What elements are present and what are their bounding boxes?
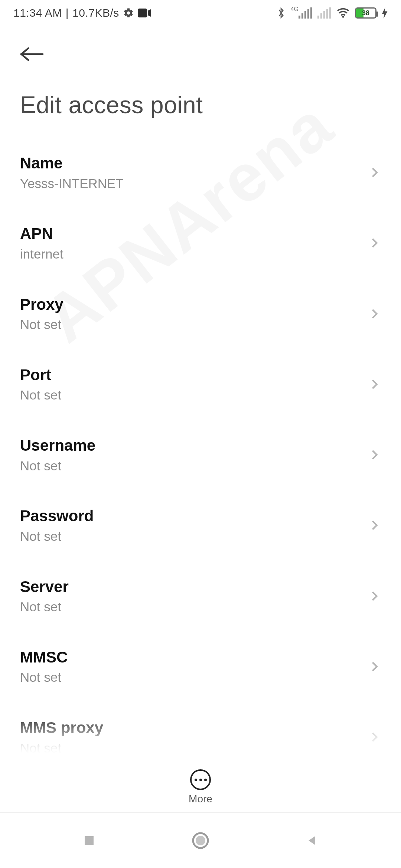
chevron-right-icon [368, 237, 381, 249]
row-label: Server [20, 577, 368, 597]
row-label: Username [20, 436, 368, 456]
row-value: Not set [20, 599, 368, 615]
row-label: Port [20, 365, 368, 385]
system-nav-bar [0, 812, 401, 868]
chevron-right-icon [368, 519, 381, 532]
nav-recent-button[interactable] [67, 826, 111, 855]
square-icon [82, 834, 96, 847]
status-bar: 11:34 AM | 10.7KB/s 4G 38 [0, 0, 401, 26]
row-proxy[interactable]: Proxy Not set [20, 279, 381, 349]
row-label: Password [20, 506, 368, 526]
settings-list: Name Yesss-INTERNET APN internet Proxy N… [0, 137, 401, 772]
triangle-left-icon [305, 834, 319, 847]
row-mmsc[interactable]: MMSC Not set [20, 631, 381, 702]
row-value: Not set [20, 316, 368, 333]
svg-point-1 [342, 16, 344, 18]
row-username[interactable]: Username Not set [20, 420, 381, 490]
signal-primary: 4G [291, 7, 312, 19]
circle-icon [192, 832, 209, 849]
battery-indicator: 38 [355, 7, 376, 19]
row-name[interactable]: Name Yesss-INTERNET [20, 137, 381, 208]
more-dots-icon [195, 779, 207, 781]
row-label: Proxy [20, 295, 368, 315]
chevron-right-icon [368, 308, 381, 320]
status-time: 11:34 AM [13, 7, 62, 19]
row-value: Not set [20, 669, 368, 685]
network-type-label: 4G [291, 6, 299, 13]
more-label: More [189, 793, 212, 805]
row-value: Yesss-INTERNET [20, 175, 368, 192]
row-port[interactable]: Port Not set [20, 349, 381, 420]
nav-home-button[interactable] [178, 826, 223, 855]
row-server[interactable]: Server Not set [20, 561, 381, 631]
chevron-right-icon [368, 166, 381, 179]
chevron-right-icon [368, 448, 381, 461]
page-title: Edit access point [20, 69, 381, 134]
row-value: Not set [20, 458, 368, 474]
back-button[interactable] [20, 39, 50, 69]
signal-secondary [317, 7, 331, 19]
row-value: internet [20, 246, 368, 262]
status-separator: | [66, 7, 69, 19]
status-net-speed: 10.7KB/s [72, 7, 119, 19]
bluetooth-icon [277, 7, 286, 19]
row-label: APN [20, 224, 368, 244]
row-value: Not set [20, 387, 368, 403]
row-value: Not set [20, 528, 368, 545]
chevron-right-icon [368, 590, 381, 602]
chevron-right-icon [368, 378, 381, 391]
row-mms-proxy[interactable]: MMS proxy Not set [20, 702, 381, 772]
gear-icon [123, 7, 134, 19]
row-password[interactable]: Password Not set [20, 490, 381, 560]
svg-rect-0 [138, 9, 147, 17]
chevron-right-icon [368, 731, 381, 743]
arrow-left-icon [20, 46, 44, 62]
row-label: MMSC [20, 648, 368, 667]
wifi-icon [336, 7, 350, 19]
row-apn[interactable]: APN internet [20, 208, 381, 278]
nav-back-button[interactable] [290, 826, 334, 855]
svg-rect-3 [85, 836, 94, 845]
more-button[interactable] [190, 769, 211, 790]
row-value: Not set [20, 740, 368, 756]
row-label: Name [20, 154, 368, 173]
charging-icon [382, 7, 388, 19]
battery-percent: 38 [356, 9, 375, 17]
videocam-icon [138, 8, 151, 18]
row-label: MMS proxy [20, 718, 368, 738]
svg-point-5 [196, 836, 205, 845]
chevron-right-icon [368, 660, 381, 673]
